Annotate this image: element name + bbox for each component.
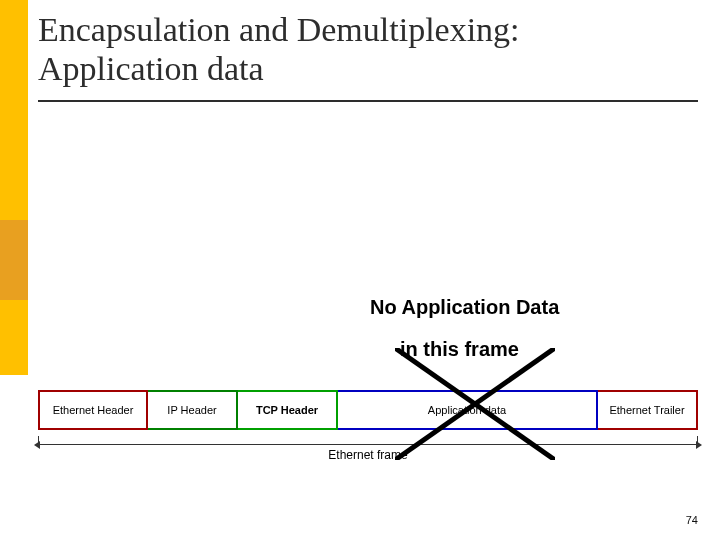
sidebar-accent-mid xyxy=(0,220,28,300)
brace-line xyxy=(38,444,698,445)
frame-row: Ethernet Header IP Header TCP Header App… xyxy=(38,390,698,430)
frame-diagram: Ethernet Header IP Header TCP Header App… xyxy=(38,390,698,500)
caption-no-app-data-1: No Application Data xyxy=(370,296,559,319)
title-underline xyxy=(38,100,698,102)
segment-ethernet-trailer: Ethernet Trailer xyxy=(598,390,698,430)
segment-application-data: Application data xyxy=(338,390,598,430)
segment-ip-header: IP Header xyxy=(148,390,238,430)
slide: Encapsulation and Demultiplexing: Applic… xyxy=(0,0,720,540)
page-number: 74 xyxy=(686,514,698,526)
title-line-2: Application data xyxy=(38,50,264,87)
slide-title: Encapsulation and Demultiplexing: Applic… xyxy=(38,10,698,88)
caption-no-app-data-2: in this frame xyxy=(400,338,519,361)
segment-ethernet-header: Ethernet Header xyxy=(38,390,148,430)
sidebar-accent-bottom xyxy=(0,375,28,540)
segment-tcp-header: TCP Header xyxy=(238,390,338,430)
title-line-1: Encapsulation and Demultiplexing: xyxy=(38,11,520,48)
frame-label: Ethernet frame xyxy=(38,448,698,462)
